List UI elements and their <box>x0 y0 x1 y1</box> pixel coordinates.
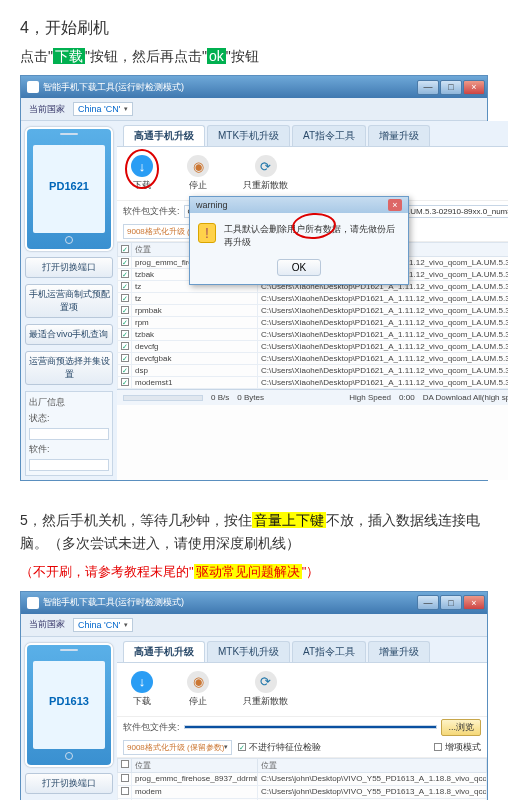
window-title: 智能手机下载工具(运行时检测模式) <box>43 596 184 609</box>
dialog-message: 工具默认会删除用户所有数据，请先做份后再升级 <box>224 223 400 249</box>
stop-label: 停止 <box>189 695 207 708</box>
tab-qcom[interactable]: 高通手机升级 <box>123 641 205 662</box>
dialog-close-button[interactable]: × <box>388 199 402 211</box>
col-path[interactable]: 位置 <box>258 758 487 772</box>
stop-action[interactable]: ◉停止 <box>187 671 209 708</box>
minimize-button[interactable]: — <box>417 80 439 95</box>
table-row[interactable]: ✓modemst1C:\Users\Xiaohei\Desktop\PD1621… <box>118 377 509 389</box>
dl-rate: 0 B/s <box>211 393 229 402</box>
red-circle-annotation <box>125 149 159 189</box>
note-post: "） <box>302 564 320 579</box>
refresh-action[interactable]: ⟳只重新散散 <box>243 155 288 192</box>
phone-model: PD1613 <box>27 695 111 707</box>
minimize-button[interactable]: — <box>417 595 439 610</box>
tab-inc[interactable]: 增量升级 <box>368 125 430 146</box>
sidebar: PD1613 打开切换端口 手机运营商制式预配置项 最适合vivo手机查询 运营… <box>21 637 117 800</box>
sidebar: PD1621 打开切换端口 手机运营商制式预配置项 最适合vivo手机查询 运营… <box>21 121 117 480</box>
titlebar[interactable]: 智能手机下载工具(运行时检测模式) — □ × <box>21 592 487 614</box>
titlebar[interactable]: 智能手机下载工具(运行时检测模式) — □ × <box>21 76 487 98</box>
factory-info-group: 出厂信息 状态: 软件: <box>25 391 113 476</box>
format-select[interactable]: 9008格式化升级 (保留参数)▾ <box>123 740 232 755</box>
status-bar: 0 B/s 0 Bytes High Speed 0:00 DA Downloa… <box>117 389 508 405</box>
close-button[interactable]: × <box>463 595 485 610</box>
tab-mtk[interactable]: MTK手机升级 <box>207 125 290 146</box>
phone-model: PD1621 <box>27 180 111 192</box>
country-val: China 'CN' <box>78 620 120 630</box>
note-pre: （不开刷，请参考教程末尾的" <box>20 564 194 579</box>
download-action[interactable]: ↓下载 <box>131 155 153 192</box>
open-port-button[interactable]: 打开切换端口 <box>25 773 113 794</box>
table-row[interactable]: ✓tzC:\Users\Xiaohei\Desktop\PD1621_A_1.1… <box>118 293 509 305</box>
step4-mid: "按钮，然后再点击" <box>85 48 207 64</box>
chk-unchange[interactable]: ✓不进行特征位检验 <box>238 741 321 754</box>
country-label: 当前国家 <box>29 618 65 631</box>
dialog-title[interactable]: warning× <box>190 197 408 213</box>
country-label: 当前国家 <box>29 103 65 116</box>
refresh-action[interactable]: ⟳只重新散散 <box>243 671 288 708</box>
refresh-icon: ⟳ <box>255 155 277 177</box>
country-val: China 'CN' <box>78 104 120 114</box>
flash-tool-window-1: 智能手机下载工具(运行时检测模式) — □ × 当前国家 China 'CN'▾… <box>20 75 488 481</box>
country-select[interactable]: China 'CN'▾ <box>73 102 133 116</box>
maximize-button[interactable]: □ <box>440 595 462 610</box>
tab-mtk[interactable]: MTK手机升级 <box>207 641 290 662</box>
col-name[interactable]: 位置 <box>132 758 258 772</box>
warning-dialog: warning× ! 工具默认会删除用户所有数据，请先做份后再升级 OK <box>189 196 409 285</box>
table-row[interactable]: ✓rpmC:\Users\Xiaohei\Desktop\PD1621_A_1.… <box>118 317 509 329</box>
state-val <box>29 428 109 440</box>
chevron-down-icon: ▾ <box>124 105 128 113</box>
maximize-button[interactable]: □ <box>440 80 462 95</box>
step4-post: "按钮 <box>226 48 259 64</box>
state-label: 状态: <box>29 412 109 425</box>
status-right-text: DA Download All(high speed, auto detect) <box>423 393 508 402</box>
hl-driver-faq: 驱动常见问题解决 <box>194 564 302 579</box>
download-action[interactable]: ↓下载 <box>131 671 153 708</box>
flash-tool-window-2: 智能手机下载工具(运行时检测模式) — □ × 当前国家 China 'CN'▾… <box>20 591 488 800</box>
ok-button[interactable]: OK <box>277 259 321 276</box>
tabs: 高通手机升级 MTK手机升级 AT指令工具 增量升级 <box>117 637 487 663</box>
table-row[interactable]: ✓rpmbakC:\Users\Xiaohei\Desktop\PD1621_A… <box>118 305 509 317</box>
carrier-config-button[interactable]: 手机运营商制式预配置项 <box>25 284 113 318</box>
download-label: 下载 <box>133 695 151 708</box>
hl-ok: ok <box>207 48 226 64</box>
bytes: 0 Bytes <box>237 393 264 402</box>
table-row[interactable]: ✓dspC:\Users\Xiaohei\Desktop\PD1621_A_1.… <box>118 365 509 377</box>
query-button[interactable]: 最适合vivo手机查询 <box>25 324 113 345</box>
tab-at[interactable]: AT指令工具 <box>292 125 366 146</box>
country-select[interactable]: China 'CN'▾ <box>73 618 133 632</box>
download-icon: ↓ <box>131 671 153 693</box>
partition-table[interactable]: 位置 位置 prog_emmc_firehose_8937_ddrmbnC:\U… <box>117 758 487 800</box>
table-row[interactable]: prog_emmc_firehose_8937_ddrmbnC:\Users\j… <box>118 772 487 785</box>
step4-title: 4，开始刷机 <box>20 18 488 39</box>
stop-icon: ◉ <box>187 155 209 177</box>
chk-plus[interactable]: 增项模式 <box>434 741 481 754</box>
col-check[interactable]: ✓ <box>118 243 132 257</box>
table-row[interactable]: ✓devcfgbakC:\Users\Xiaohei\Desktop\PD162… <box>118 353 509 365</box>
refresh-label: 只重新散散 <box>243 179 288 192</box>
stop-label: 停止 <box>189 179 207 192</box>
tabs: 高通手机升级 MTK手机升级 AT指令工具 增量升级 <box>117 121 508 147</box>
table-row[interactable]: ✓devcfgC:\Users\Xiaohei\Desktop\PD1621_A… <box>118 341 509 353</box>
step4-desc: 点击"下载"按钮，然后再点击"ok"按钮 <box>20 45 488 67</box>
refresh-label: 只重新散散 <box>243 695 288 708</box>
stop-action[interactable]: ◉停止 <box>187 155 209 192</box>
close-button[interactable]: × <box>463 80 485 95</box>
tab-qcom[interactable]: 高通手机升级 <box>123 125 205 146</box>
detail-button[interactable]: 运营商预选择并集设置 <box>25 351 113 385</box>
warning-icon: ! <box>198 223 216 243</box>
window-title: 智能手机下载工具(运行时检测模式) <box>43 81 184 94</box>
browse-button[interactable]: ...浏览 <box>441 719 481 736</box>
step4-pre: 点击" <box>20 48 53 64</box>
chk-plus-label: 增项模式 <box>445 741 481 754</box>
table-row[interactable]: ✓tzbakC:\Users\Xiaohei\Desktop\PD1621_A_… <box>118 329 509 341</box>
col-check[interactable] <box>118 758 132 772</box>
path-label: 软件包文件夹: <box>123 205 180 218</box>
tab-inc[interactable]: 增量升级 <box>368 641 430 662</box>
chevron-down-icon: ▾ <box>224 743 228 751</box>
table-row[interactable]: modemC:\Users\john\Desktop\VIVO_Y55_PD16… <box>118 785 487 798</box>
tab-at[interactable]: AT指令工具 <box>292 641 366 662</box>
open-port-button[interactable]: 打开切换端口 <box>25 257 113 278</box>
speed-label: High Speed <box>349 393 391 402</box>
path-input[interactable] <box>184 725 438 729</box>
chevron-down-icon: ▾ <box>124 621 128 629</box>
